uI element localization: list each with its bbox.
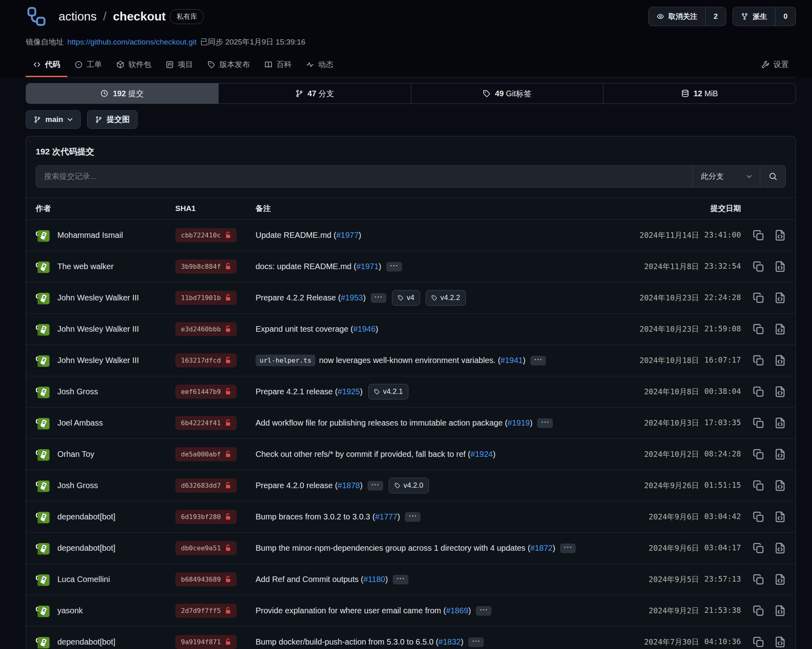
- avatar[interactable]: [36, 635, 51, 649]
- avatar[interactable]: [36, 478, 51, 493]
- tab-projects[interactable]: 项目: [158, 55, 200, 77]
- commit-sha-badge[interactable]: de5a000abf: [175, 447, 237, 461]
- copy-sha-icon[interactable]: [753, 636, 764, 648]
- commit-sha-badge[interactable]: 163217dfcd: [175, 353, 237, 367]
- tab-settings[interactable]: 设置: [754, 55, 796, 77]
- expand-message-button[interactable]: ⋯: [405, 512, 420, 522]
- avatar[interactable]: [36, 322, 51, 337]
- avatar[interactable]: [36, 384, 51, 400]
- view-source-icon[interactable]: [774, 574, 786, 585]
- avatar[interactable]: [36, 353, 51, 368]
- commit-sha-badge[interactable]: 2d7d9f7ff5: [175, 604, 237, 618]
- expand-message-button[interactable]: ⋯: [468, 637, 484, 647]
- issue-link[interactable]: #1919: [508, 418, 530, 428]
- author-name[interactable]: dependabot[bot]: [57, 512, 116, 521]
- avatar[interactable]: [36, 447, 51, 462]
- avatar[interactable]: [36, 228, 51, 243]
- author-name[interactable]: Josh Gross: [57, 387, 98, 396]
- tag-badge[interactable]: v4.2.0: [389, 478, 429, 493]
- issue-link[interactable]: #1180: [363, 575, 385, 584]
- tab-packages[interactable]: 软件包: [109, 55, 158, 77]
- view-source-icon[interactable]: [774, 636, 786, 648]
- avatar[interactable]: [36, 572, 51, 587]
- commit-sha-badge[interactable]: 6b42224f41: [175, 416, 237, 430]
- tag-badge[interactable]: v4.2.1: [368, 384, 408, 400]
- copy-sha-icon[interactable]: [753, 292, 764, 304]
- view-source-icon[interactable]: [774, 448, 786, 460]
- commit-sha-badge[interactable]: eef61447b9: [175, 385, 237, 399]
- commit-sha-badge[interactable]: 9a9194f871: [175, 635, 237, 649]
- issue-link[interactable]: #1869: [446, 606, 469, 615]
- commit-sha-badge[interactable]: db0cee9a51: [175, 541, 237, 555]
- tab-code[interactable]: 代码: [26, 55, 67, 77]
- author-name[interactable]: Luca Comellini: [57, 575, 110, 584]
- author-name[interactable]: Orhan Toy: [57, 450, 94, 459]
- stat-tags[interactable]: 49 Git标签: [411, 83, 603, 103]
- site-logo-icon[interactable]: [26, 6, 48, 27]
- issue-link[interactable]: #1946: [353, 324, 376, 334]
- author-name[interactable]: yasonk: [57, 606, 83, 615]
- issue-link[interactable]: #1941: [501, 356, 523, 365]
- view-source-icon[interactable]: [774, 229, 786, 241]
- copy-sha-icon[interactable]: [753, 355, 764, 366]
- tab-activity[interactable]: 动态: [299, 55, 341, 77]
- commit-sha-badge[interactable]: e3d2460bbb: [175, 322, 237, 336]
- copy-sha-icon[interactable]: [753, 480, 764, 491]
- issue-link[interactable]: #1977: [336, 231, 359, 240]
- copy-sha-icon[interactable]: [753, 605, 764, 617]
- stat-commits[interactable]: 192 提交: [26, 83, 218, 103]
- view-source-icon[interactable]: [774, 355, 786, 366]
- tab-releases[interactable]: 版本发布: [200, 55, 257, 77]
- repo-owner-link[interactable]: actions: [59, 10, 97, 23]
- copy-sha-icon[interactable]: [753, 261, 764, 272]
- view-source-icon[interactable]: [774, 511, 786, 523]
- view-source-icon[interactable]: [774, 417, 786, 429]
- issue-link[interactable]: #1777: [375, 512, 398, 521]
- view-source-icon[interactable]: [774, 386, 786, 398]
- tag-badge[interactable]: v4.2.2: [426, 290, 466, 306]
- author-name[interactable]: Joel Ambass: [57, 418, 103, 428]
- commit-sha-badge[interactable]: b684943689: [175, 572, 237, 586]
- branch-scope-dropdown[interactable]: 此分支: [692, 166, 760, 187]
- issue-link[interactable]: #1925: [338, 387, 360, 396]
- commit-sha-badge[interactable]: 6d193bf280: [175, 510, 237, 524]
- expand-message-button[interactable]: ⋯: [367, 481, 383, 491]
- copy-sha-icon[interactable]: [753, 229, 764, 241]
- author-name[interactable]: John Wesley Walker III: [57, 324, 139, 334]
- view-source-icon[interactable]: [774, 292, 786, 304]
- forks-count[interactable]: 0: [775, 7, 796, 26]
- unwatch-button[interactable]: 取消关注: [649, 7, 705, 26]
- branch-selector[interactable]: main: [26, 110, 81, 129]
- avatar[interactable]: [36, 290, 51, 306]
- author-name[interactable]: dependabot[bot]: [57, 544, 116, 553]
- copy-sha-icon[interactable]: [753, 574, 764, 585]
- stat-branches[interactable]: 47 分支: [218, 83, 411, 103]
- avatar[interactable]: [36, 541, 51, 556]
- view-source-icon[interactable]: [774, 323, 786, 335]
- issue-link[interactable]: #1832: [438, 637, 461, 647]
- search-button[interactable]: [760, 166, 786, 187]
- issue-link[interactable]: #1953: [341, 293, 363, 302]
- avatar[interactable]: [36, 416, 51, 431]
- copy-sha-icon[interactable]: [753, 542, 764, 554]
- commit-sha-badge[interactable]: cbb722410c: [175, 228, 237, 242]
- copy-sha-icon[interactable]: [753, 386, 764, 398]
- expand-message-button[interactable]: ⋯: [476, 606, 491, 616]
- tab-wiki[interactable]: 百科: [257, 55, 299, 77]
- copy-sha-icon[interactable]: [753, 448, 764, 460]
- author-name[interactable]: Josh Gross: [57, 481, 98, 490]
- issue-link[interactable]: #1872: [530, 544, 553, 553]
- avatar[interactable]: [36, 603, 51, 619]
- search-input[interactable]: [36, 166, 692, 187]
- expand-message-button[interactable]: ⋯: [371, 293, 386, 303]
- view-source-icon[interactable]: [774, 542, 786, 554]
- view-source-icon[interactable]: [774, 261, 786, 272]
- issue-link[interactable]: #1971: [356, 262, 379, 271]
- expand-message-button[interactable]: ⋯: [386, 262, 402, 272]
- issue-link[interactable]: #1924: [471, 450, 493, 459]
- commit-graph-button[interactable]: 提交图: [87, 110, 138, 129]
- mirror-url-link[interactable]: https://github.com/actions/checkout.git: [67, 38, 197, 47]
- expand-message-button[interactable]: ⋯: [393, 575, 408, 584]
- repo-name-link[interactable]: checkout: [113, 10, 166, 23]
- issue-link[interactable]: #1878: [338, 481, 360, 490]
